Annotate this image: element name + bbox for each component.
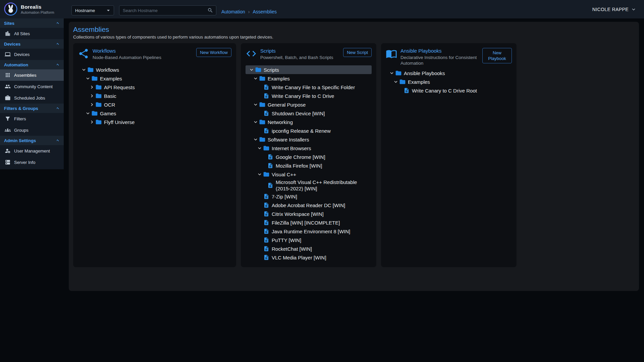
user-menu[interactable]: NICOLE RAPPE <box>592 0 637 18</box>
tree-item-label: Write Canary to C Drive Root <box>412 87 477 94</box>
sidebar-section-automation[interactable]: Automation <box>0 60 64 69</box>
tree-folder-ocr[interactable]: OCR <box>78 100 231 109</box>
tree-folder-api-requests[interactable]: API Requests <box>78 83 231 92</box>
cards-row: WorkflowsNode-Based Automation Pipelines… <box>73 43 635 267</box>
sidebar-item-all-sites[interactable]: All Sites <box>0 28 64 39</box>
tree-item-label: Ansible Playbooks <box>404 70 445 76</box>
folder-icon <box>95 84 102 90</box>
sidebar-item-label: Server Info <box>14 160 36 165</box>
folder-icon <box>95 93 102 99</box>
chevron-right-icon <box>89 93 95 99</box>
chevron-down-icon <box>256 171 263 177</box>
sidebar-item-user-management[interactable]: User Management <box>0 145 64 157</box>
tree-file-write-canary-to-c-drive-root[interactable]: Write Canary to C Drive Root <box>386 86 512 95</box>
chevron-down-icon <box>252 136 259 142</box>
chevron-down-icon <box>252 102 259 108</box>
laptop-icon <box>5 51 11 57</box>
chevron-up-icon <box>54 137 60 143</box>
folder-icon <box>263 145 270 152</box>
tree-item-label: Write Canary File to C Drive <box>272 93 334 99</box>
tree-file-vlc-media-player-win[interactable]: VLC Media Player [WIN] <box>246 253 372 262</box>
folder-icon <box>259 119 266 125</box>
tree-folder-scripts[interactable]: Scripts <box>246 65 372 74</box>
search-input[interactable] <box>123 8 207 13</box>
tree-folder-examples[interactable]: Examples <box>246 74 372 83</box>
chevron-right-icon <box>89 102 95 108</box>
sidebar-item-community-content[interactable]: Community Content <box>0 81 64 92</box>
tree-file-adobe-acrobat-reader-dc-win[interactable]: Adobe Acrobat Reader DC [WIN] <box>246 201 372 209</box>
sidebar-section-sites[interactable]: Sites <box>0 18 64 28</box>
file-icon <box>263 237 270 243</box>
tree-file-java-runtime-environment-8-win[interactable]: Java Runtime Environment 8 [WIN] <box>246 227 372 236</box>
tree-file-write-canary-file-to-c-drive[interactable]: Write Canary File to C Drive <box>246 92 372 100</box>
new-script-button[interactable]: New Script <box>343 48 372 57</box>
tree-file-shutdown-device-win[interactable]: Shutdown Device [WIN] <box>246 109 372 118</box>
sidebar-section-devices[interactable]: Devices <box>0 39 64 49</box>
sidebar-item-label: Devices <box>14 52 30 57</box>
sidebar-item-filters[interactable]: Filters <box>0 113 64 124</box>
tree-item-label: OCR <box>104 102 115 108</box>
chevron-up-icon <box>54 105 60 111</box>
tree-folder-examples[interactable]: Examples <box>386 77 512 86</box>
file-icon <box>267 182 274 188</box>
tree-folder-networking[interactable]: Networking <box>246 118 372 126</box>
tree-ansible-playbooks: Ansible PlaybooksExamplesWrite Canary to… <box>386 69 512 95</box>
tree-workflows: WorkflowsExamplesAPI RequestsBasicOCRGam… <box>78 65 231 126</box>
sidebar-item-scheduled-jobs[interactable]: Scheduled Jobs <box>0 92 64 104</box>
sidebar-section-filters-groups[interactable]: Filters & Groups <box>0 104 64 113</box>
breadcrumb-assemblies[interactable]: Assemblies <box>253 9 277 14</box>
tree-item-label: Examples <box>408 79 430 85</box>
tree-folder-internet-browsers[interactable]: Internet Browsers <box>246 144 372 153</box>
grid-icon <box>5 72 11 78</box>
chevron-up-icon <box>54 41 60 47</box>
chevron-down-icon <box>252 119 259 125</box>
tree-file-rocketchat-win[interactable]: RocketChat [WIN] <box>246 244 372 253</box>
user-name: NICOLE RAPPE <box>592 7 629 12</box>
tree-file-putty-win[interactable]: PuTTY [WIN] <box>246 236 372 244</box>
sidebar-item-label: User Management <box>14 148 50 154</box>
tree-folder-workflows[interactable]: Workflows <box>78 65 231 74</box>
breadcrumb-automation[interactable]: Automation <box>221 9 245 14</box>
tree-file-citrix-workspace-win[interactable]: Citrix Workspace [WIN] <box>246 209 372 218</box>
tree-file-write-canary-file-to-a-specific-folder[interactable]: Write Canary File to a Specific Folder <box>246 83 372 92</box>
tree-item-label: Networking <box>268 119 293 125</box>
sidebar-item-assemblies[interactable]: Assemblies <box>0 69 64 81</box>
tree-item-label: Flyff Universe <box>104 119 135 125</box>
tree-folder-software-installers[interactable]: Software Installers <box>246 135 372 144</box>
sidebar-section-label: Admin Settings <box>4 138 36 143</box>
folder-icon <box>263 171 270 178</box>
workflow-icon <box>78 48 89 59</box>
file-icon <box>263 93 270 99</box>
new-workflow-button[interactable]: New Workflow <box>196 48 231 57</box>
tree-item-label: Games <box>100 110 116 117</box>
tree-folder-basic[interactable]: Basic <box>78 92 231 100</box>
card-subtitle: Powershell, Batch, and Bash Scripts <box>260 55 340 60</box>
card-ansible-playbooks: Ansible PlaybooksDeclarative Instruction… <box>381 43 517 267</box>
file-icon <box>403 87 410 94</box>
tree-file-google-chrome-win[interactable]: Google Chrome [WIN] <box>246 153 372 161</box>
tree-file-filezilla-win-incomplete[interactable]: FileZilla [WIN] [INCOMPLETE] <box>246 218 372 227</box>
page-title: Assemblies <box>73 26 635 33</box>
hostname-dropdown[interactable]: Hostname <box>71 5 114 15</box>
tree-folder-examples[interactable]: Examples <box>78 74 231 83</box>
tree-folder-games[interactable]: Games <box>78 109 231 118</box>
tree-file-ipconfig-release-renew[interactable]: ipconfig Release & Renew <box>246 126 372 135</box>
tree-file-mozilla-firefox-win[interactable]: Mozilla Firefox [WIN] <box>246 161 372 170</box>
sidebar-item-groups[interactable]: Groups <box>0 124 64 136</box>
tree-file-7-zip-win[interactable]: 7-Zip [WIN] <box>246 192 372 201</box>
card-header: ScriptsPowershell, Batch, and Bash Scrip… <box>246 48 372 63</box>
tree-file-microsoft-visual-c-redistributable-2015-2022-win[interactable]: Microsoft Visual C++ Redistributable (20… <box>246 179 372 192</box>
tree-folder-general-purpose[interactable]: General Purpose <box>246 100 372 109</box>
tree-item-label: Examples <box>100 75 122 82</box>
people-icon <box>5 83 11 89</box>
sidebar-section-admin-settings[interactable]: Admin Settings <box>0 136 64 145</box>
tree-folder-flyff-universe[interactable]: Flyff Universe <box>78 118 231 126</box>
tree-folder-visual-c[interactable]: Visual C++ <box>246 170 372 179</box>
tree-folder-ansible-playbooks[interactable]: Ansible Playbooks <box>386 69 512 77</box>
sidebar-item-devices[interactable]: Devices <box>0 49 64 60</box>
brand-text: Borealis Automation Platform <box>21 4 54 14</box>
borealis-logo-icon <box>4 2 17 16</box>
server-icon <box>5 159 11 165</box>
new-playbook-button[interactable]: New Playbook <box>482 48 512 63</box>
sidebar-item-server-info[interactable]: Server Info <box>0 157 64 168</box>
